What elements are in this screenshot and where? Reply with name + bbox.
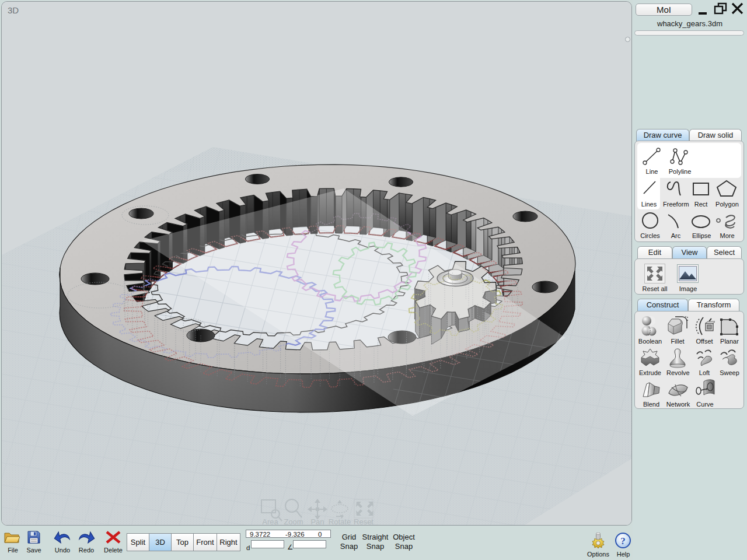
svg-text:Rotate: Rotate bbox=[329, 517, 351, 526]
svg-text:Zoom: Zoom bbox=[284, 517, 303, 526]
svg-text:Area: Area bbox=[262, 517, 278, 526]
svg-text:?: ? bbox=[620, 536, 626, 547]
svg-text:Pan: Pan bbox=[310, 517, 324, 526]
svg-text:Reset: Reset bbox=[354, 517, 374, 526]
